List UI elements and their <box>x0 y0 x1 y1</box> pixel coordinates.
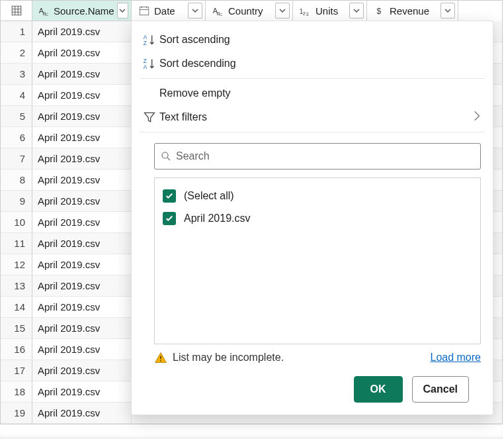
colhead-label: Date <box>154 5 185 17</box>
cell-source-name[interactable]: April 2019.csv <box>32 275 132 297</box>
separator <box>140 78 485 79</box>
row-number[interactable]: 15 <box>1 318 32 339</box>
chevron-down-icon <box>119 7 126 14</box>
row-number[interactable]: 14 <box>1 297 32 318</box>
cell-source-name[interactable]: April 2019.csv <box>32 106 132 127</box>
search-input[interactable] <box>176 150 475 162</box>
currency-type-icon: $ <box>372 3 387 18</box>
filter-value-label: April 2019.csv <box>184 213 251 224</box>
cell-source-name[interactable]: April 2019.csv <box>32 339 132 360</box>
load-more-link[interactable]: Load more <box>431 352 482 364</box>
date-type-icon <box>137 3 151 18</box>
select-all-label: (Select all) <box>184 190 234 202</box>
chevron-down-icon <box>353 7 360 14</box>
cell-source-name[interactable]: April 2019.csv <box>32 212 132 233</box>
chevron-down-icon <box>192 7 198 14</box>
sort-descending-icon: ZA <box>140 56 159 71</box>
cell-source-name[interactable]: April 2019.csv <box>32 360 132 381</box>
row-number[interactable]: 12 <box>1 254 32 275</box>
row-number[interactable]: 3 <box>1 64 32 85</box>
chevron-down-icon <box>279 7 286 14</box>
text-filters-item[interactable]: Text filters <box>132 105 493 129</box>
remove-empty-item[interactable]: Remove empty <box>132 81 493 105</box>
row-number[interactable]: 17 <box>1 360 32 381</box>
row-number[interactable]: 18 <box>1 381 32 403</box>
svg-rect-17 <box>160 360 161 362</box>
row-number[interactable]: 6 <box>1 127 32 148</box>
cell-source-name[interactable]: April 2019.csv <box>32 64 132 85</box>
colhead-country[interactable]: ABC Country <box>206 1 293 21</box>
cell-source-name[interactable]: April 2019.csv <box>32 85 132 106</box>
search-icon <box>160 150 172 162</box>
number-type-icon: 123 <box>298 3 313 18</box>
filter-dropdown-button[interactable] <box>188 3 202 19</box>
svg-text:3: 3 <box>306 12 309 17</box>
svg-text:$: $ <box>377 7 382 16</box>
row-number[interactable]: 1 <box>1 21 32 42</box>
colhead-units[interactable]: 123 Units <box>293 1 367 21</box>
filter-dropdown-button[interactable] <box>117 3 128 19</box>
svg-text:Z: Z <box>144 58 147 64</box>
filter-values-list: (Select all) April 2019.csv <box>154 177 481 344</box>
cancel-button[interactable]: Cancel <box>412 376 469 403</box>
colhead-label: Revenue <box>390 5 438 17</box>
row-number[interactable]: 11 <box>1 233 32 254</box>
cell-source-name[interactable]: April 2019.csv <box>32 21 132 42</box>
cell-source-name[interactable]: April 2019.csv <box>32 170 132 191</box>
menu-item-label: Sort descending <box>159 58 481 70</box>
colhead-revenue[interactable]: $ Revenue <box>367 1 458 21</box>
colhead-date[interactable]: Date <box>132 1 206 21</box>
search-box[interactable] <box>154 143 481 170</box>
filter-dropdown-button[interactable] <box>441 3 455 19</box>
row-number[interactable]: 19 <box>1 403 32 424</box>
row-number[interactable]: 2 <box>1 42 32 64</box>
filter-dropdown-button[interactable] <box>275 3 290 19</box>
sort-descending-item[interactable]: ZA Sort descending <box>132 52 493 75</box>
cell-source-name[interactable]: April 2019.csv <box>32 381 132 403</box>
chevron-right-icon <box>473 110 481 125</box>
row-number[interactable]: 16 <box>1 339 32 360</box>
filter-dropdown-button[interactable] <box>349 3 364 19</box>
row-number[interactable]: 13 <box>1 275 32 297</box>
select-all-corner[interactable] <box>1 1 32 21</box>
checkbox-checked-icon[interactable] <box>163 189 176 203</box>
checkbox-checked-icon[interactable] <box>163 212 176 225</box>
row-number[interactable]: 7 <box>1 148 32 170</box>
row-number[interactable]: 10 <box>1 212 32 233</box>
row-number[interactable]: 4 <box>1 85 32 106</box>
cell-source-name[interactable]: April 2019.csv <box>32 233 132 254</box>
svg-point-15 <box>162 152 168 158</box>
text-type-icon: ABC <box>38 3 51 18</box>
cell-source-name[interactable]: April 2019.csv <box>32 254 132 275</box>
chevron-down-icon <box>444 7 451 14</box>
incomplete-warning-row: List may be incomplete. Load more <box>154 351 481 364</box>
colhead-source-name[interactable]: ABC Source.Name <box>32 1 132 21</box>
bottom-shadow <box>0 427 503 439</box>
cell-source-name[interactable]: April 2019.csv <box>32 42 132 64</box>
svg-text:C: C <box>46 13 48 17</box>
select-all-row[interactable]: (Select all) <box>160 185 475 207</box>
cell-source-name[interactable]: April 2019.csv <box>32 127 132 148</box>
row-number[interactable]: 9 <box>1 191 32 212</box>
colhead-label: Units <box>315 5 347 17</box>
warning-text: List may be incomplete. <box>173 352 431 364</box>
column-filter-dropdown: AZ Sort ascending ZA Sort descending Rem… <box>131 21 493 415</box>
cell-source-name[interactable]: April 2019.csv <box>32 191 132 212</box>
menu-item-label: Text filters <box>159 111 473 123</box>
svg-text:C: C <box>220 13 222 17</box>
row-number[interactable]: 8 <box>1 170 32 191</box>
svg-rect-16 <box>160 356 161 360</box>
cell-source-name[interactable]: April 2019.csv <box>32 318 132 339</box>
cell-source-name[interactable]: April 2019.csv <box>32 148 132 170</box>
ok-button[interactable]: OK <box>354 376 403 403</box>
cell-source-name[interactable]: April 2019.csv <box>32 297 132 318</box>
filter-value-row[interactable]: April 2019.csv <box>160 207 475 230</box>
colhead-label: Country <box>228 5 273 17</box>
svg-rect-3 <box>140 7 149 15</box>
menu-item-label: Remove empty <box>159 87 481 99</box>
filter-icon <box>140 111 159 124</box>
sort-ascending-item[interactable]: AZ Sort ascending <box>132 28 493 52</box>
separator <box>140 132 485 132</box>
row-number[interactable]: 5 <box>1 106 32 127</box>
cell-source-name[interactable]: April 2019.csv <box>32 403 132 424</box>
